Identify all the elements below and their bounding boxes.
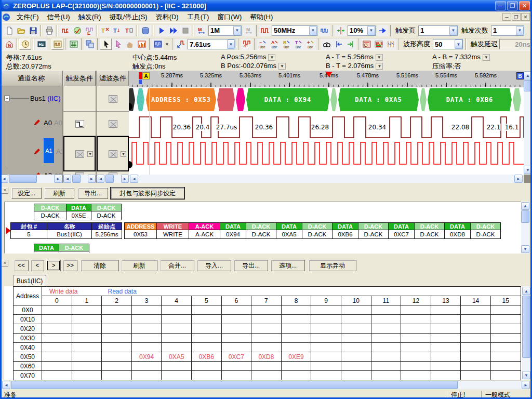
packet-row-next[interactable]: DATA0XE9D-ACKD-ACK xyxy=(34,244,89,254)
menu-item[interactable]: 窗口(W) xyxy=(213,11,246,23)
run-icon[interactable] xyxy=(155,25,167,36)
bar-t-icon[interactable]: TBar xyxy=(292,38,304,50)
bus-gap-segment[interactable] xyxy=(137,88,144,111)
packet-cell-data[interactable]: DATA0XE9 xyxy=(34,244,59,254)
packet-cell-data[interactable]: DATA0XD8 xyxy=(445,222,471,239)
scroll-right-button[interactable]: ► xyxy=(121,175,129,183)
bottom-hscrollbar[interactable]: ◄ ► xyxy=(2,381,530,389)
b-bar-stub[interactable] xyxy=(139,79,142,84)
nav-button-3[interactable]: > xyxy=(46,260,61,271)
wave-vscrollbar[interactable]: ▲ ▼ xyxy=(524,71,532,175)
menu-item[interactable]: 帮助(H) xyxy=(246,11,277,23)
scroll-thumb[interactable] xyxy=(524,80,532,91)
menu-item[interactable]: 资料(D) xyxy=(152,11,183,23)
minimize-button[interactable]: ─ xyxy=(495,1,506,10)
scroll-thumb[interactable] xyxy=(105,175,114,183)
packet-cell-dack[interactable]: D-ACKD-ACK xyxy=(471,222,501,239)
menu-item[interactable]: 工具(T) xyxy=(183,11,214,23)
close-button[interactable]: ✕ xyxy=(519,1,530,10)
packet-cell-aack[interactable]: A-ACKA-ACK xyxy=(189,222,220,239)
mdi-minimize-button[interactable]: ─ xyxy=(502,13,511,21)
packet-button-1[interactable]: 设定... xyxy=(11,188,42,199)
packet-button-4[interactable]: 封包与波形同步设定 xyxy=(111,188,184,199)
sample-rate-blue-icon[interactable] xyxy=(318,25,330,36)
mdi-close-button[interactable]: ✕ xyxy=(521,13,530,21)
navigator-panel-close-icon[interactable]: × xyxy=(2,260,8,267)
tab-bus1-iic[interactable]: Bus1(IIC) xyxy=(13,275,46,286)
mdi-restore-button[interactable]: ❐ xyxy=(512,13,521,21)
trigger-page-select[interactable]: 1▼ xyxy=(418,25,458,36)
scroll-thumb[interactable] xyxy=(521,210,529,223)
filter-cell-a0[interactable] xyxy=(97,112,129,136)
packet-cell-address[interactable]: ADDRESS0X53 xyxy=(125,222,157,239)
bus-packet-segment[interactable]: DATA : 0XA5 xyxy=(338,88,419,111)
display-center-icon[interactable] xyxy=(335,25,347,36)
nav-button-11[interactable]: 显示异动 xyxy=(309,260,356,271)
wave-hscrollbar[interactable]: ◄ ► xyxy=(129,175,524,183)
a-pos-dropdown[interactable]: ▼ xyxy=(268,54,275,61)
bus-name[interactable]: Bus1 xyxy=(30,95,46,102)
bus-gap-segment[interactable] xyxy=(513,88,521,111)
wave-window-icon[interactable] xyxy=(51,38,63,50)
chevron-down-icon[interactable]: ▼ xyxy=(367,26,375,35)
hand-tool-icon[interactable] xyxy=(124,38,136,50)
packet-info-cell[interactable]: 封包 #5 xyxy=(11,222,47,239)
scroll-right-button[interactable]: ► xyxy=(522,381,530,389)
packet-cell-dack[interactable]: D-ACKD-ACK xyxy=(59,244,89,254)
home-icon[interactable]: N xyxy=(3,38,15,50)
frequency-icon[interactable]: Hz xyxy=(35,38,47,50)
b-t-dropdown[interactable]: ▼ xyxy=(376,63,383,70)
scroll-down-button[interactable]: ▼ xyxy=(522,371,530,379)
packet-cell-dack[interactable]: D-ACKD-ACK xyxy=(91,204,122,220)
find-icon[interactable] xyxy=(321,38,332,50)
scroll-thumb[interactable] xyxy=(11,381,458,389)
b-bar-flag[interactable]: B xyxy=(516,72,524,79)
bar-minus-icon[interactable]: −Bar xyxy=(257,38,269,50)
pulse-bar-icon[interactable] xyxy=(241,38,252,50)
stop-icon[interactable] xyxy=(179,25,191,36)
bar-b-icon[interactable]: BBar xyxy=(281,38,292,50)
scroll-left-button[interactable]: ◄ xyxy=(2,381,10,389)
packet-cell-dack[interactable]: D-ACKD-ACK xyxy=(34,204,66,220)
scroll-thumb[interactable] xyxy=(72,175,81,183)
packet-cell-data[interactable]: DATA0X5E xyxy=(66,204,91,220)
a-bar-cursor-line[interactable] xyxy=(149,87,150,175)
packet-button-2[interactable]: 刷新 xyxy=(44,188,74,199)
select-tool-icon[interactable] xyxy=(112,38,124,50)
pulse-width-icon[interactable] xyxy=(136,38,148,50)
time-ruler[interactable]: 5.287ms5.325ms5.363ms5.401ms5.44ms5.478m… xyxy=(129,71,524,87)
channel-hscrollbar[interactable]: ◄ ► xyxy=(0,175,62,183)
bus-trigger-icon[interactable] xyxy=(139,25,151,36)
packet-button-3[interactable]: 导出... xyxy=(78,188,108,199)
trigger-cell-a0[interactable] xyxy=(63,112,96,136)
nav-button-1[interactable]: << xyxy=(14,260,29,271)
chevron-down-icon[interactable]: ▼ xyxy=(164,38,170,50)
scroll-left-button[interactable]: ◄ xyxy=(130,175,138,183)
chevron-down-icon[interactable]: ▼ xyxy=(449,26,457,35)
scroll-up-button[interactable]: ▲ xyxy=(522,287,530,295)
packet-list[interactable]: D-ACKD-ACKDATA0X5ED-ACKD-ACK 封包 #5名称Bus1… xyxy=(4,202,521,254)
bus-edit-icon[interactable]: E xyxy=(83,25,95,36)
nav-button-7[interactable]: 合并... xyxy=(160,260,194,271)
time-div-select[interactable]: 7.61us▼ xyxy=(188,39,235,49)
trigger-time-icon[interactable]: T xyxy=(111,25,123,36)
packet-vscrollbar[interactable]: ▲ ▼ xyxy=(521,202,529,254)
bus-packet-segment[interactable]: DATA : 0XB6 xyxy=(428,88,512,111)
packet-cell-data[interactable]: DATA0XB6 xyxy=(332,222,358,239)
channel-a0-label[interactable]: A0 xyxy=(44,119,52,127)
packet-cell-data[interactable]: DATA0X94 xyxy=(220,222,246,239)
trigger-cell-a1[interactable]: ▼ xyxy=(63,136,96,171)
menu-item[interactable]: 文件(F) xyxy=(12,11,43,23)
bus-gap-segment[interactable] xyxy=(420,88,427,111)
menu-item[interactable]: 触发(R) xyxy=(74,11,105,23)
collapse-icon[interactable]: − xyxy=(4,96,10,101)
scroll-down-button[interactable]: ▼ xyxy=(524,166,532,174)
save-file-icon[interactable] xyxy=(27,25,39,36)
scroll-right-button[interactable]: ► xyxy=(88,175,96,183)
packet-panel-close-icon[interactable]: × xyxy=(2,187,8,194)
chevron-down-icon[interactable]: ▼ xyxy=(227,39,235,49)
trigger-cell-dropdown[interactable]: ▼ xyxy=(87,151,93,157)
wave-area[interactable]: ADDRESS : 0X53DATA : 0X94DATA : 0XA5DATA… xyxy=(129,87,524,175)
scroll-left-button[interactable]: ◄ xyxy=(0,175,8,183)
scroll-up-button[interactable]: ▲ xyxy=(521,202,529,210)
